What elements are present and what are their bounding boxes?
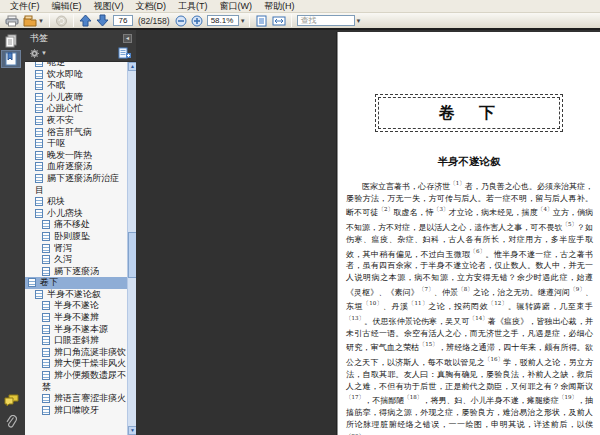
bookmark-item[interactable]: 辨口角流涎非痰饮 <box>25 347 127 359</box>
menu-item[interactable]: 文档(D) <box>130 0 173 12</box>
zoom-out-button[interactable] <box>173 13 189 28</box>
bookmark-item[interactable]: 辨小便频数遗尿不禁 <box>25 370 127 393</box>
bookmarks-panel-button[interactable] <box>1 50 21 68</box>
bookmark-page-icon <box>35 290 43 299</box>
bookmark-item[interactable]: 久泻 <box>25 254 127 266</box>
toolbar: ▼ 76 (82/158) 58.1% ▼ <box>0 13 600 30</box>
rotate-icon <box>55 15 68 27</box>
bookmark-label: 俗言肝气病 <box>35 127 127 139</box>
bookmark-label: 膈下逐瘀汤 <box>42 266 127 278</box>
bookmark-page-icon <box>42 313 50 322</box>
save-dropdown-caret[interactable]: ▼ <box>38 18 44 24</box>
bookmark-page-icon <box>35 70 43 79</box>
menu-item[interactable]: 编辑(E) <box>46 0 88 12</box>
toolbar-separator <box>73 14 74 27</box>
menu-item[interactable]: 工具(T) <box>172 0 214 12</box>
bookmark-item[interactable]: 呃逆 <box>25 61 127 69</box>
bookmark-label: 积块 <box>35 196 127 208</box>
bookmark-item[interactable]: 卷下 <box>25 277 127 289</box>
bookmark-item[interactable]: 干呕 <box>25 138 127 150</box>
tree-scrollbar[interactable]: ▲ ▼ <box>127 62 136 435</box>
bookmark-page-icon <box>35 104 43 113</box>
bookmark-item[interactable]: 半身不遂本源 <box>25 324 127 336</box>
bookmark-item[interactable]: 辨大便干燥非风火 <box>25 358 127 370</box>
save-button[interactable]: ▼ <box>21 13 46 28</box>
bookmark-item[interactable]: 积块 <box>25 196 127 208</box>
bookmark-label: 半身不遂论叙 <box>35 289 127 301</box>
attachments-panel-button[interactable] <box>1 413 21 431</box>
bookmark-item[interactable]: 小儿夜啼 <box>25 92 127 104</box>
pages-panel-button[interactable] <box>1 32 21 50</box>
menu-item[interactable]: 帮助(H) <box>258 0 301 12</box>
bookmark-page-icon <box>35 151 43 160</box>
arrow-up-icon <box>79 14 92 27</box>
bookmark-label: 晚发一阵热 <box>35 150 127 162</box>
document-canvas[interactable]: 卷 下 半身不遂论叙 医家立言著书，心存济世〔1〕者，乃良善之心也。必须亲治其症… <box>136 30 600 435</box>
bookmark-item[interactable]: 不眠 <box>25 80 127 92</box>
bookmark-label: 辨口噤咬牙 <box>42 405 127 417</box>
bookmark-item[interactable]: 俗言肝气病 <box>25 127 127 139</box>
bookmark-item[interactable]: 半身不遂论 <box>25 300 127 312</box>
previous-page-button[interactable] <box>77 13 94 28</box>
bookmark-label: 小儿痞块 <box>35 208 127 220</box>
menu-item[interactable]: 窗口(W) <box>214 0 259 12</box>
bookmark-page-icon <box>35 81 43 90</box>
document-page: 卷 下 半身不遂论叙 医家立言著书，心存济世〔1〕者，乃良善之心也。必须亲治其症… <box>338 32 600 435</box>
bookmark-label: 卧则腹坠 <box>42 231 127 243</box>
options-caret: ▼ <box>41 50 47 56</box>
bookmark-item[interactable]: 卧则腹坠 <box>25 231 127 243</box>
bookmark-item[interactable]: 肾泻 <box>25 243 127 255</box>
bookmark-label: 久泻 <box>42 254 127 266</box>
bookmark-item[interactable]: 饮水即呛 <box>25 69 127 81</box>
comments-panel-button[interactable] <box>1 391 21 409</box>
bookmark-page-icon <box>42 325 50 334</box>
print-button[interactable] <box>3 13 21 28</box>
bookmark-list: 呃逆 饮水即呛 不眠 小儿夜啼 <box>25 61 127 416</box>
bookmark-page-icon <box>35 116 43 125</box>
save-icon <box>23 15 37 27</box>
bookmark-item[interactable]: 心跳心忙 <box>25 103 127 115</box>
bookmark-item[interactable]: 痛不移处 <box>25 219 127 231</box>
bookmark-item[interactable]: 血府逐瘀汤 <box>25 161 127 173</box>
actual-size-button[interactable] <box>253 13 270 28</box>
section-title: 半身不遂论叙 <box>338 155 600 169</box>
bookmark-label: 半身不遂本源 <box>42 324 127 336</box>
comments-icon <box>4 394 19 407</box>
scrollbar-thumb[interactable] <box>128 232 136 278</box>
zoom-dropdown-caret[interactable]: ▼ <box>240 18 246 24</box>
menu-item[interactable]: 视图(V) <box>88 0 130 12</box>
menu-item[interactable]: 文件(F) <box>4 0 46 12</box>
scroll-down-arrow[interactable]: ▼ <box>128 426 136 435</box>
bookmark-item[interactable]: 夜不安 <box>25 115 127 127</box>
bookmark-item[interactable]: 小儿痞块 <box>25 208 127 220</box>
bookmark-page-icon <box>42 348 50 357</box>
new-bookmark-button[interactable] <box>118 47 131 59</box>
bookmark-item[interactable]: 晚发一阵热 <box>25 150 127 162</box>
next-page-button[interactable] <box>94 13 111 28</box>
bookmark-item[interactable]: 膈下逐瘀汤 <box>25 266 127 278</box>
bookmark-item[interactable]: 半身不遂辨 <box>25 312 127 324</box>
body-text: 医家立言著书，心存济世〔1〕者，乃良善之心也。必须亲治其症，屡验方法，万无一失，… <box>346 178 593 435</box>
bookmark-item[interactable]: 膈下逐瘀汤所治症目 <box>25 173 127 196</box>
bookmark-label: 半身不遂论 <box>42 300 127 312</box>
volume-title: 卷 下 <box>439 103 499 124</box>
zoom-in-button[interactable] <box>189 13 205 28</box>
bookmark-label: 口眼歪斜辨 <box>42 335 127 347</box>
scroll-up-arrow[interactable]: ▲ <box>128 62 136 71</box>
bookmark-item[interactable]: 辨口噤咬牙 <box>25 405 127 417</box>
page-number-input[interactable]: 76 <box>113 15 133 26</box>
options-button[interactable]: ▼ <box>29 48 47 59</box>
bookmark-item[interactable]: 口眼歪斜辨 <box>25 335 127 347</box>
search-input[interactable]: 查找 <box>297 15 355 26</box>
bookmark-page-icon <box>35 61 43 67</box>
navigation-strip <box>0 30 22 435</box>
zoom-level-input[interactable]: 58.1% <box>207 15 239 26</box>
bookmark-item[interactable]: 半身不遂论叙 <box>25 289 127 301</box>
search-dropdown-caret[interactable]: ▼ <box>356 18 362 24</box>
bookmark-tree: 呃逆 饮水即呛 不眠 小儿夜啼 <box>25 61 136 435</box>
close-panel-button[interactable]: ◂ <box>123 34 132 43</box>
fit-width-button[interactable] <box>270 13 288 28</box>
toolbar-separator <box>249 14 250 27</box>
bookmark-item[interactable]: 辨语言謇涩非痰火 <box>25 393 127 405</box>
actual-size-icon <box>255 15 268 27</box>
